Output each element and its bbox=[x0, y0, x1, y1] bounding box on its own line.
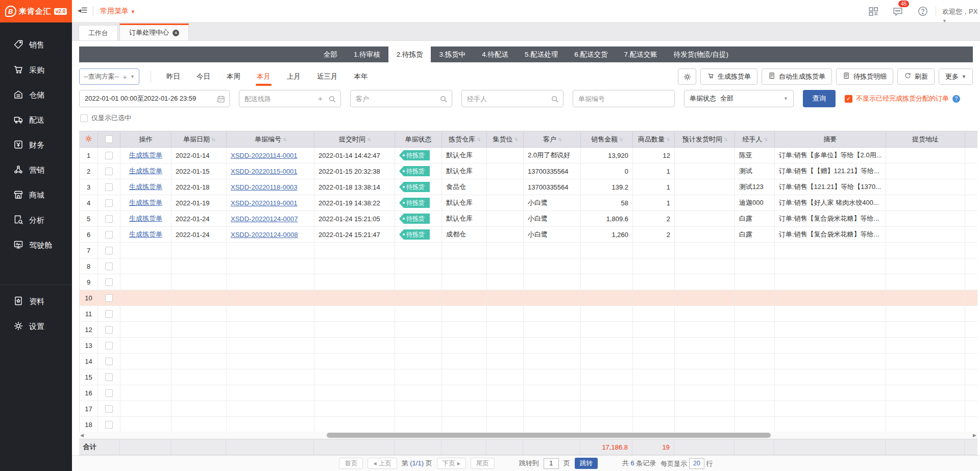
row-checkbox[interactable] bbox=[105, 183, 113, 191]
sort-icon[interactable]: ↑↓ bbox=[619, 136, 622, 142]
sidebar-item-cart[interactable]: 采购 bbox=[0, 58, 72, 83]
sort-icon[interactable]: ↑↓ bbox=[283, 136, 286, 142]
column-header-order_no[interactable]: 单据编号↑↓ bbox=[227, 131, 314, 147]
row-checkbox-cell[interactable] bbox=[98, 274, 120, 290]
column-header-expected[interactable]: 预计发货时间↑↓ bbox=[675, 131, 735, 147]
row-checkbox-cell[interactable] bbox=[98, 401, 120, 416]
row-checkbox[interactable] bbox=[105, 294, 113, 302]
per-page-input[interactable]: 20 bbox=[689, 458, 704, 469]
date-range-input[interactable] bbox=[80, 90, 229, 107]
row-checkbox-cell[interactable] bbox=[98, 227, 120, 242]
sort-icon[interactable]: ↑↓ bbox=[367, 136, 370, 142]
sort-icon[interactable]: ↑↓ bbox=[724, 136, 727, 142]
row-checkbox-cell[interactable] bbox=[98, 148, 120, 163]
row-checkbox-cell[interactable] bbox=[98, 258, 120, 274]
sidebar-item-mall[interactable]: 商城 bbox=[0, 183, 72, 208]
row-checkbox-cell[interactable] bbox=[98, 195, 120, 210]
apps-grid-icon[interactable] bbox=[868, 6, 879, 17]
row-checkbox[interactable] bbox=[105, 326, 113, 334]
status-tab[interactable]: 5.配送处理 bbox=[517, 46, 566, 62]
sidebar-item-finance[interactable]: 财务 bbox=[0, 133, 72, 158]
scroll-right-icon[interactable]: ▶ bbox=[973, 433, 976, 438]
generate-picklist-link[interactable]: 生成拣货单 bbox=[129, 198, 162, 207]
date-quick-button[interactable]: 上月 bbox=[281, 68, 307, 85]
row-checkbox[interactable] bbox=[105, 358, 113, 365]
message-icon[interactable] bbox=[892, 6, 903, 17]
row-checkbox-cell[interactable] bbox=[98, 354, 120, 369]
column-header-customer[interactable]: 客户↑↓ bbox=[524, 131, 581, 147]
order-no-link[interactable]: XSDD-20220115-0001 bbox=[231, 168, 298, 175]
search-button[interactable]: 查询 bbox=[803, 90, 836, 107]
row-checkbox[interactable] bbox=[105, 278, 113, 286]
select-all-cell[interactable] bbox=[98, 131, 120, 147]
sort-icon[interactable]: ↑↓ bbox=[666, 136, 669, 142]
row-checkbox[interactable] bbox=[105, 215, 113, 223]
order-no-link[interactable]: XSDD-20220124-0008 bbox=[231, 231, 298, 239]
workspace-tab[interactable]: 工作台 bbox=[79, 25, 118, 40]
next-page-button[interactable]: 下页 ▶ bbox=[437, 458, 466, 469]
column-header-warehouse[interactable]: 拣货仓库↑↓ bbox=[442, 131, 487, 147]
column-header-staging[interactable]: 集货位↑↓ bbox=[487, 131, 524, 147]
table-row[interactable]: 3生成拣货单2022-01-18XSDD-20220118-00032022-0… bbox=[80, 179, 977, 195]
jump-button[interactable]: 跳转 bbox=[575, 458, 598, 469]
checkbox-icon[interactable] bbox=[80, 114, 88, 122]
checkbox-checked-icon[interactable]: ✓ bbox=[845, 95, 852, 103]
only-selected-checkbox[interactable]: 仅显示已选中 bbox=[80, 113, 131, 123]
table-settings-button[interactable] bbox=[678, 68, 696, 85]
horizontal-scroll-thumb[interactable] bbox=[327, 433, 771, 438]
table-row[interactable]: 4生成拣货单2022-01-19XSDD-20220119-00012022-0… bbox=[80, 195, 977, 211]
sidebar-item-tag[interactable]: 销售 bbox=[0, 33, 72, 58]
sidebar-item-analysis[interactable]: 分析 bbox=[0, 208, 72, 233]
status-tab[interactable]: 待发货(物流/自提) bbox=[666, 46, 737, 62]
sidebar-item-marketing[interactable]: 营销 bbox=[0, 158, 72, 183]
order-no-field[interactable] bbox=[573, 90, 674, 107]
workspace-tab[interactable]: 订单处理中心✕ bbox=[119, 23, 189, 40]
search-icon[interactable] bbox=[439, 95, 448, 103]
generate-picklist-link[interactable]: 生成拣货单 bbox=[129, 167, 162, 176]
order-no-link[interactable]: XSDD-20220118-0003 bbox=[231, 183, 298, 191]
status-tab[interactable]: 2.待拣货 bbox=[388, 46, 431, 62]
generate-picklist-link[interactable]: 生成拣货单 bbox=[129, 151, 162, 160]
sort-icon[interactable]: ↑↓ bbox=[764, 136, 767, 142]
date-quick-button[interactable]: 本周 bbox=[220, 68, 247, 85]
row-checkbox-cell[interactable] bbox=[98, 243, 120, 258]
date-quick-button[interactable]: 昨日 bbox=[160, 68, 186, 85]
toolbar-button[interactable]: 生成拣货单 bbox=[700, 68, 757, 85]
toolbar-button[interactable]: 自动生成拣货单 bbox=[762, 68, 832, 85]
column-header-amount[interactable]: 销售金额↑↓ bbox=[581, 131, 633, 147]
sidebar-item-warehouse[interactable]: 仓储 bbox=[0, 83, 72, 108]
plus-icon[interactable]: + bbox=[122, 73, 127, 81]
delivery-route-input[interactable]: + bbox=[239, 90, 341, 107]
toolbar-button[interactable]: 刷新 bbox=[897, 68, 935, 85]
search-icon[interactable] bbox=[551, 95, 559, 103]
column-header-qty[interactable]: 商品数量↑↓ bbox=[633, 131, 675, 147]
close-icon[interactable]: ✕ bbox=[173, 30, 179, 36]
row-checkbox[interactable] bbox=[105, 152, 113, 159]
row-checkbox[interactable] bbox=[105, 199, 113, 207]
row-checkbox[interactable] bbox=[105, 389, 113, 397]
order-status-select[interactable]: 单据状态 全部 ▼ bbox=[684, 90, 794, 107]
scroll-left-icon[interactable]: ◀ bbox=[80, 433, 84, 438]
column-header-handler[interactable]: 经手人↑↓ bbox=[735, 131, 775, 147]
user-menu[interactable]: 欢迎您，PX ▼ bbox=[942, 7, 980, 24]
calendar-icon[interactable] bbox=[217, 95, 225, 103]
status-tab[interactable]: 4.待配送 bbox=[474, 46, 517, 62]
toolbar-button[interactable]: 更多▼ bbox=[939, 68, 973, 85]
toolbar-button[interactable]: 待拣货明细 bbox=[836, 68, 893, 85]
order-no-link[interactable]: XSDD-20220124-0007 bbox=[231, 215, 298, 223]
hide-completed-checkbox[interactable]: ✓ 不显示已经完成拣货分配的订单 ? bbox=[845, 94, 960, 103]
help-icon[interactable] bbox=[917, 6, 928, 17]
table-row[interactable]: 5生成拣货单2022-01-24XSDD-20220124-00072022-0… bbox=[80, 211, 977, 227]
date-quick-button[interactable]: 本月 bbox=[251, 68, 277, 85]
row-checkbox-cell[interactable] bbox=[98, 385, 120, 401]
status-tab[interactable]: 1.待审核 bbox=[346, 46, 388, 62]
last-page-button[interactable]: 尾页 bbox=[471, 458, 495, 469]
row-checkbox[interactable] bbox=[105, 263, 113, 270]
table-row[interactable]: 1生成拣货单2022-01-14XSDD-20220114-00012022-0… bbox=[80, 148, 977, 163]
table-row[interactable]: 2生成拣货单2022-01-15XSDD-20220115-00012022-0… bbox=[80, 163, 977, 179]
date-quick-button[interactable]: 本年 bbox=[348, 68, 374, 85]
first-page-button[interactable]: 首页 bbox=[339, 458, 363, 469]
row-checkbox-cell[interactable] bbox=[98, 211, 120, 226]
row-checkbox-cell[interactable] bbox=[98, 338, 120, 353]
column-settings-cell[interactable] bbox=[80, 131, 98, 147]
